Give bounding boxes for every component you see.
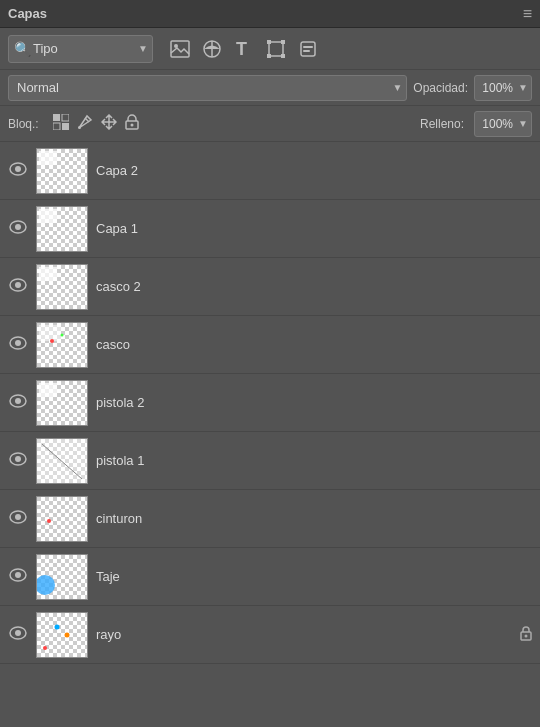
layer-item[interactable]: Capa 1 bbox=[0, 200, 540, 258]
svg-point-79 bbox=[47, 519, 51, 523]
fill-wrapper: ▼ bbox=[474, 111, 532, 137]
eye-visibility-icon[interactable] bbox=[8, 162, 28, 180]
layer-name: rayo bbox=[96, 627, 512, 642]
eye-visibility-icon[interactable] bbox=[8, 568, 28, 586]
fill-arrow-icon: ▼ bbox=[518, 118, 528, 129]
layers-list: Capa 2 Capa 1 casco 2 casco pistola 2 bbox=[0, 142, 540, 664]
layer-thumbnail bbox=[36, 554, 88, 600]
layer-name: pistola 2 bbox=[96, 395, 532, 410]
svg-rect-0 bbox=[171, 41, 189, 57]
filter-select-wrapper: 🔍 Tipo ▼ bbox=[8, 35, 153, 63]
svg-point-99 bbox=[525, 635, 528, 638]
svg-rect-78 bbox=[37, 497, 88, 542]
layer-thumbnail bbox=[36, 148, 88, 194]
svg-point-56 bbox=[15, 398, 21, 404]
svg-point-89 bbox=[15, 630, 21, 636]
svg-rect-28 bbox=[39, 151, 57, 165]
blend-opacity-row: Normal ▼ Opacidad: ▼ bbox=[0, 70, 540, 106]
svg-point-46 bbox=[15, 340, 21, 346]
eye-visibility-icon[interactable] bbox=[8, 452, 28, 470]
opacity-arrow-icon: ▼ bbox=[518, 82, 528, 93]
svg-point-38 bbox=[15, 282, 21, 288]
layer-name: casco bbox=[96, 337, 532, 352]
svg-rect-36 bbox=[39, 209, 57, 223]
svg-rect-52 bbox=[39, 325, 61, 341]
svg-point-95 bbox=[55, 624, 60, 629]
panel-menu-icon[interactable]: ≡ bbox=[523, 5, 532, 23]
opacity-wrapper: ▼ bbox=[474, 75, 532, 101]
layer-name: Capa 2 bbox=[96, 163, 532, 178]
panel-header: Capas ≡ bbox=[0, 0, 540, 28]
layer-item[interactable]: Taje bbox=[0, 548, 540, 606]
svg-point-81 bbox=[15, 572, 21, 578]
svg-rect-7 bbox=[281, 40, 285, 44]
svg-rect-12 bbox=[303, 50, 310, 52]
eye-visibility-icon[interactable] bbox=[8, 336, 28, 354]
svg-point-30 bbox=[15, 224, 21, 230]
lock-all-icon[interactable] bbox=[125, 114, 139, 133]
layer-item[interactable]: pistola 1 bbox=[0, 432, 540, 490]
svg-rect-5 bbox=[269, 42, 283, 56]
svg-rect-10 bbox=[301, 42, 315, 56]
layer-name: pistola 1 bbox=[96, 453, 532, 468]
layer-item[interactable]: cinturon bbox=[0, 490, 540, 548]
filter-image-icon[interactable] bbox=[169, 40, 191, 58]
layer-thumbnail bbox=[36, 496, 88, 542]
lock-paint-icon[interactable] bbox=[77, 114, 93, 133]
layer-item[interactable]: casco 2 bbox=[0, 258, 540, 316]
eye-visibility-icon[interactable] bbox=[8, 278, 28, 296]
svg-rect-16 bbox=[62, 123, 69, 130]
svg-rect-14 bbox=[62, 114, 69, 121]
layer-thumbnail bbox=[36, 380, 88, 426]
filter-icons: T bbox=[169, 40, 319, 58]
layer-name: casco 2 bbox=[96, 279, 532, 294]
svg-point-18 bbox=[78, 126, 81, 129]
panel-title: Capas bbox=[8, 6, 47, 21]
filter-smart-icon[interactable] bbox=[297, 40, 319, 58]
layer-item[interactable]: pistola 2 bbox=[0, 374, 540, 432]
lock-fill-row: Bloq.: bbox=[0, 106, 540, 142]
svg-rect-9 bbox=[281, 54, 285, 58]
svg-rect-62 bbox=[39, 383, 57, 397]
lock-move-icon[interactable] bbox=[101, 114, 117, 133]
lock-label: Bloq.: bbox=[8, 117, 39, 131]
svg-point-73 bbox=[15, 514, 21, 520]
svg-point-97 bbox=[43, 646, 47, 650]
eye-visibility-icon[interactable] bbox=[8, 220, 28, 238]
layer-name: Capa 1 bbox=[96, 221, 532, 236]
blend-mode-select[interactable]: Normal bbox=[8, 75, 407, 101]
svg-rect-6 bbox=[267, 40, 271, 44]
layer-item[interactable]: rayo bbox=[0, 606, 540, 664]
lock-transparent-icon[interactable] bbox=[53, 114, 69, 133]
filter-bar: 🔍 Tipo ▼ T bbox=[0, 28, 540, 70]
layer-item[interactable]: Capa 2 bbox=[0, 142, 540, 200]
layer-item[interactable]: casco bbox=[0, 316, 540, 374]
svg-text:T: T bbox=[236, 40, 247, 58]
eye-visibility-icon[interactable] bbox=[8, 510, 28, 528]
svg-rect-13 bbox=[53, 114, 60, 121]
svg-point-96 bbox=[65, 632, 70, 637]
svg-point-54 bbox=[61, 333, 64, 336]
eye-visibility-icon[interactable] bbox=[8, 626, 28, 644]
filter-text-icon[interactable]: T bbox=[233, 40, 255, 58]
svg-rect-11 bbox=[303, 46, 313, 48]
svg-point-20 bbox=[130, 124, 133, 127]
layer-thumbnail bbox=[36, 612, 88, 658]
filter-transform-icon[interactable] bbox=[265, 40, 287, 58]
layer-thumbnail bbox=[36, 264, 88, 310]
svg-point-22 bbox=[15, 166, 21, 172]
svg-rect-8 bbox=[267, 54, 271, 58]
layer-name: cinturon bbox=[96, 511, 532, 526]
blend-mode-wrapper: Normal ▼ bbox=[8, 75, 407, 101]
svg-point-64 bbox=[15, 456, 21, 462]
layer-locked-icon bbox=[520, 625, 532, 644]
filter-type-select[interactable]: Tipo bbox=[8, 35, 153, 63]
filter-adjustment-icon[interactable] bbox=[201, 40, 223, 58]
fill-label: Relleno: bbox=[420, 117, 464, 131]
svg-rect-94 bbox=[37, 613, 88, 658]
eye-visibility-icon[interactable] bbox=[8, 394, 28, 412]
layer-thumbnail bbox=[36, 206, 88, 252]
lock-icons bbox=[53, 114, 139, 133]
svg-line-17 bbox=[85, 118, 89, 122]
layer-thumbnail bbox=[36, 438, 88, 484]
